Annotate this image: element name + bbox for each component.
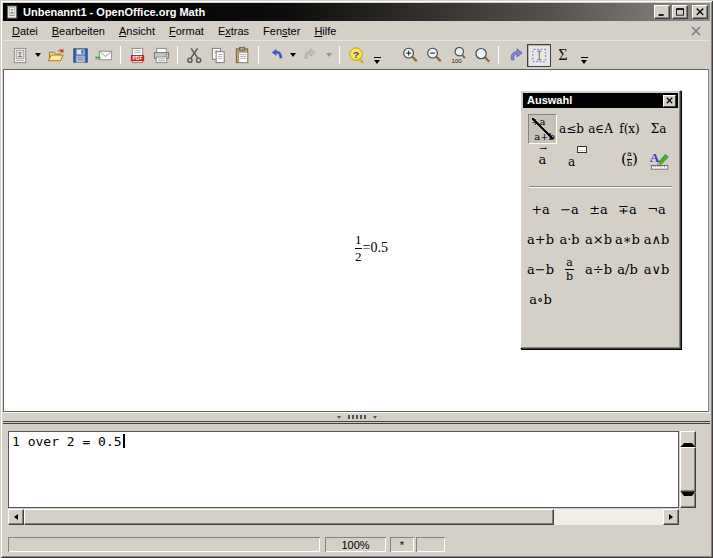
document-close-icon: [690, 25, 702, 37]
toolbar-separator: [339, 46, 340, 64]
palette-close-button[interactable]: [663, 95, 676, 107]
open-document-icon: [47, 46, 66, 65]
category-brackets[interactable]: (ab): [615, 144, 644, 174]
category-operators[interactable]: Σa: [644, 114, 673, 144]
scroll-up-button[interactable]: [680, 431, 696, 447]
undo-button[interactable]: [263, 44, 287, 67]
horizontal-scrollbar[interactable]: [8, 509, 679, 525]
splitter[interactable]: [3, 412, 710, 422]
palette-symbol[interactable]: a÷b: [584, 254, 613, 284]
save-document-button[interactable]: [68, 44, 92, 67]
refresh-button[interactable]: [503, 44, 527, 67]
palette-symbol[interactable]: a−b: [526, 254, 555, 284]
chevron-down-icon: [326, 53, 332, 57]
undo-icon: [266, 46, 285, 65]
palette-symbol[interactable]: +a: [526, 194, 555, 224]
open-document-button[interactable]: [44, 44, 68, 67]
menu-fenster[interactable]: Fenster: [256, 23, 307, 39]
palette-symbol[interactable]: a×b: [584, 224, 613, 254]
category-set-operations[interactable]: a∈A: [586, 114, 615, 144]
palette-symbol[interactable]: a∘b: [526, 284, 555, 314]
titlebar[interactable]: Unbenannt1 - OpenOffice.org Math: [3, 3, 710, 21]
command-editor[interactable]: 1 over 2 = 0.5: [8, 431, 679, 508]
zoom-in-button[interactable]: [398, 44, 422, 67]
overflow-bar-icon: [374, 57, 381, 58]
menu-datei[interactable]: Datei: [5, 23, 45, 39]
minimize-button[interactable]: [654, 5, 670, 19]
zoom-100-button[interactable]: [446, 44, 470, 67]
selection-palette: Auswahl +aa+ba≤ba∈Af(x)Σaa→a⋯(ab) +a−a±a…: [520, 90, 681, 349]
scroll-down-button[interactable]: [680, 492, 696, 508]
zoom-icon: [473, 46, 492, 65]
scroll-left-button[interactable]: [8, 509, 24, 525]
redo-button[interactable]: [299, 44, 323, 67]
chevron-down-icon: [35, 53, 41, 57]
palette-titlebar[interactable]: Auswahl: [523, 93, 678, 108]
menu-ansicht[interactable]: Ansicht: [112, 23, 162, 39]
arrow-up-icon: [681, 431, 695, 447]
redo-dropdown-button[interactable]: [323, 44, 335, 67]
maximize-button[interactable]: [672, 5, 688, 19]
menu-extras[interactable]: Extras: [211, 23, 256, 39]
palette-symbol[interactable]: a+b: [526, 224, 555, 254]
undo-dropdown-button[interactable]: [287, 44, 299, 67]
category-unary-binary-operators[interactable]: +aa+b: [528, 114, 557, 144]
scroll-right-button[interactable]: [663, 509, 679, 525]
sigma-button[interactable]: Σ: [551, 44, 575, 67]
statusbar: 100% *: [3, 536, 710, 553]
palette-symbol[interactable]: a/b: [613, 254, 642, 284]
palette-symbol[interactable]: ±a: [584, 194, 613, 224]
category-relations[interactable]: a≤b: [557, 114, 586, 144]
close-icon: [694, 6, 706, 18]
palette-symbol[interactable]: −a: [555, 194, 584, 224]
palette-symbol[interactable]: ¬a: [642, 194, 671, 224]
rendered-formula: 1 2 =0.5: [355, 233, 388, 263]
overflow-bar-icon: [581, 57, 588, 58]
zoom-button[interactable]: [470, 44, 494, 67]
vertical-scrollbar-thumb[interactable]: [680, 447, 696, 492]
category-attributes[interactable]: a→: [528, 144, 557, 174]
email-document-button[interactable]: [92, 44, 116, 67]
vertical-scrollbar[interactable]: [680, 431, 696, 508]
save-document-icon: [71, 46, 90, 65]
toolbar-separator: [258, 46, 259, 64]
toolbar-overflow-button[interactable]: [370, 44, 384, 67]
palette-symbol[interactable]: a·b: [555, 224, 584, 254]
zoom-in-icon: [401, 46, 420, 65]
print-button[interactable]: [149, 44, 173, 67]
horizontal-scrollbar-thumb[interactable]: [24, 509, 554, 525]
palette-symbol[interactable]: ∓a: [613, 194, 642, 224]
status-zoom[interactable]: 100%: [325, 537, 386, 552]
menu-hilfe[interactable]: Hilfe: [307, 23, 343, 39]
document-close-button[interactable]: [690, 25, 702, 37]
minimize-icon: [656, 6, 668, 18]
new-formula-dropdown-button[interactable]: [32, 44, 44, 67]
export-pdf-button[interactable]: [125, 44, 149, 67]
category-functions[interactable]: f(x): [615, 114, 644, 144]
help-button[interactable]: [344, 44, 368, 67]
toolbar-overflow-button[interactable]: [577, 44, 591, 67]
new-formula-button[interactable]: [8, 44, 32, 67]
copy-button[interactable]: [206, 44, 230, 67]
menu-bearbeiten[interactable]: Bearbeiten: [45, 23, 112, 39]
menubar: DateiBearbeitenAnsichtFormatExtrasFenste…: [3, 21, 710, 41]
export-pdf-icon: [128, 46, 147, 65]
close-button[interactable]: [692, 5, 708, 19]
print-icon: [152, 46, 171, 65]
zoom-out-button[interactable]: [422, 44, 446, 67]
palette-symbol[interactable]: a∧b: [642, 224, 671, 254]
copy-icon: [209, 46, 228, 65]
category-empty: [586, 144, 615, 174]
menu-format[interactable]: Format: [162, 23, 211, 39]
category-misc[interactable]: a⋯: [557, 144, 586, 174]
paste-button[interactable]: [230, 44, 254, 67]
command-text: 1 over 2 = 0.5: [12, 434, 122, 449]
palette-title: Auswahl: [527, 95, 663, 106]
palette-symbol[interactable]: ab: [555, 254, 584, 284]
fraction: 1 2: [355, 233, 362, 263]
palette-symbol[interactable]: a∨b: [642, 254, 671, 284]
formula-cursor-button[interactable]: [527, 44, 551, 67]
category-formats[interactable]: [644, 144, 673, 174]
palette-symbol[interactable]: a∗b: [613, 224, 642, 254]
cut-button[interactable]: [182, 44, 206, 67]
